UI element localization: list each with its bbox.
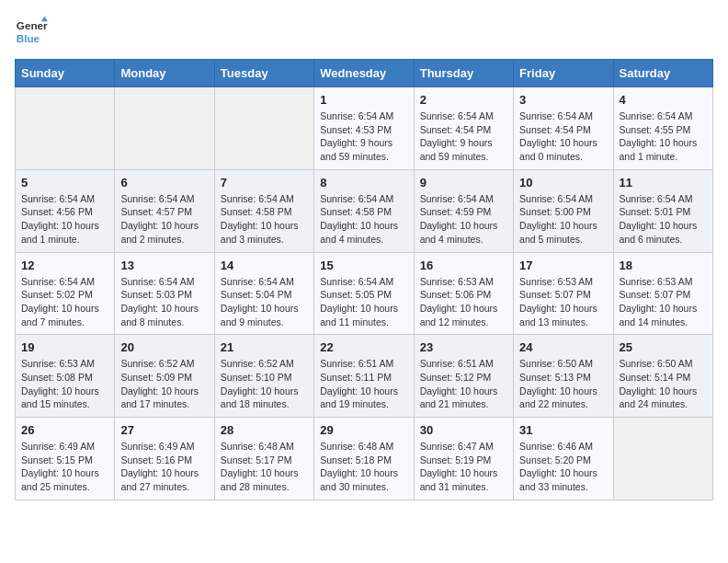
day-header-sunday: Sunday (16, 60, 115, 87)
calendar-table: SundayMondayTuesdayWednesdayThursdayFrid… (15, 59, 713, 500)
calendar-cell: 30Sunrise: 6:47 AMSunset: 5:19 PMDayligh… (414, 418, 513, 500)
day-number: 8 (320, 176, 407, 190)
calendar-cell (115, 87, 214, 170)
calendar-cell (214, 87, 313, 170)
day-info: Sunrise: 6:54 AMSunset: 4:57 PMDaylight:… (120, 192, 208, 247)
day-info: Sunrise: 6:53 AMSunset: 5:06 PMDaylight:… (420, 275, 507, 329)
day-info: Sunrise: 6:50 AMSunset: 5:13 PMDaylight:… (519, 357, 607, 411)
calendar-cell: 9Sunrise: 6:54 AMSunset: 4:59 PMDaylight… (414, 169, 513, 252)
svg-text:Blue: Blue (17, 32, 40, 44)
calendar-cell: 15Sunrise: 6:54 AMSunset: 5:05 PMDayligh… (314, 252, 414, 335)
calendar-cell (613, 418, 712, 500)
day-info: Sunrise: 6:47 AMSunset: 5:19 PMDaylight:… (420, 440, 507, 494)
day-number: 2 (420, 93, 507, 107)
day-header-saturday: Saturday (613, 60, 712, 87)
day-info: Sunrise: 6:54 AMSunset: 4:56 PMDaylight:… (21, 192, 108, 247)
day-number: 24 (519, 340, 607, 354)
day-info: Sunrise: 6:51 AMSunset: 5:12 PMDaylight:… (420, 357, 507, 411)
calendar-cell: 19Sunrise: 6:53 AMSunset: 5:08 PMDayligh… (16, 335, 115, 418)
calendar-cell: 28Sunrise: 6:48 AMSunset: 5:17 PMDayligh… (214, 418, 313, 500)
day-info: Sunrise: 6:52 AMSunset: 5:10 PMDaylight:… (221, 357, 308, 411)
day-number: 9 (420, 176, 507, 190)
day-number: 29 (320, 423, 407, 437)
day-header-monday: Monday (115, 60, 214, 87)
day-number: 12 (21, 259, 108, 272)
day-number: 22 (320, 340, 407, 354)
day-info: Sunrise: 6:54 AMSunset: 4:54 PMDaylight:… (519, 109, 607, 164)
week-row-2: 5Sunrise: 6:54 AMSunset: 4:56 PMDaylight… (16, 169, 713, 252)
calendar-cell: 18Sunrise: 6:53 AMSunset: 5:07 PMDayligh… (613, 252, 712, 335)
day-info: Sunrise: 6:53 AMSunset: 5:07 PMDaylight:… (519, 275, 607, 329)
day-number: 18 (620, 259, 707, 272)
calendar-cell: 25Sunrise: 6:50 AMSunset: 5:14 PMDayligh… (613, 335, 712, 418)
day-header-thursday: Thursday (414, 60, 513, 87)
calendar-cell: 12Sunrise: 6:54 AMSunset: 5:02 PMDayligh… (16, 252, 115, 335)
calendar-cell (16, 87, 115, 170)
page-header: General Blue (15, 15, 713, 48)
calendar-cell: 6Sunrise: 6:54 AMSunset: 4:57 PMDaylight… (115, 169, 214, 252)
day-header-wednesday: Wednesday (314, 60, 414, 87)
day-info: Sunrise: 6:48 AMSunset: 5:17 PMDaylight:… (221, 440, 308, 494)
day-number: 26 (21, 423, 108, 437)
day-info: Sunrise: 6:54 AMSunset: 5:02 PMDaylight:… (21, 275, 108, 329)
calendar-cell: 8Sunrise: 6:54 AMSunset: 4:58 PMDaylight… (314, 169, 414, 252)
calendar-cell: 22Sunrise: 6:51 AMSunset: 5:11 PMDayligh… (314, 335, 414, 418)
day-info: Sunrise: 6:49 AMSunset: 5:15 PMDaylight:… (21, 440, 108, 494)
day-info: Sunrise: 6:51 AMSunset: 5:11 PMDaylight:… (320, 357, 407, 411)
day-info: Sunrise: 6:49 AMSunset: 5:16 PMDaylight:… (120, 440, 208, 494)
logo: General Blue (15, 15, 51, 48)
day-number: 20 (120, 340, 208, 354)
calendar-cell: 16Sunrise: 6:53 AMSunset: 5:06 PMDayligh… (414, 252, 513, 335)
day-number: 1 (320, 93, 407, 107)
calendar-cell: 3Sunrise: 6:54 AMSunset: 4:54 PMDaylight… (514, 87, 613, 170)
calendar-cell: 10Sunrise: 6:54 AMSunset: 5:00 PMDayligh… (514, 169, 613, 252)
day-number: 13 (120, 259, 208, 272)
day-header-tuesday: Tuesday (214, 60, 313, 87)
calendar-cell: 27Sunrise: 6:49 AMSunset: 5:16 PMDayligh… (115, 418, 214, 500)
calendar-cell: 2Sunrise: 6:54 AMSunset: 4:54 PMDaylight… (414, 87, 513, 170)
week-row-4: 19Sunrise: 6:53 AMSunset: 5:08 PMDayligh… (16, 335, 713, 418)
day-info: Sunrise: 6:46 AMSunset: 5:20 PMDaylight:… (519, 440, 607, 494)
calendar-cell: 26Sunrise: 6:49 AMSunset: 5:15 PMDayligh… (16, 418, 115, 500)
calendar-cell: 17Sunrise: 6:53 AMSunset: 5:07 PMDayligh… (514, 252, 613, 335)
day-number: 27 (120, 423, 208, 437)
day-number: 21 (221, 340, 308, 354)
day-number: 30 (420, 423, 507, 437)
day-info: Sunrise: 6:54 AMSunset: 4:58 PMDaylight:… (320, 192, 407, 247)
day-info: Sunrise: 6:52 AMSunset: 5:09 PMDaylight:… (120, 357, 208, 411)
day-number: 19 (21, 340, 108, 354)
day-info: Sunrise: 6:54 AMSunset: 5:00 PMDaylight:… (519, 192, 607, 247)
calendar-cell: 5Sunrise: 6:54 AMSunset: 4:56 PMDaylight… (16, 169, 115, 252)
day-info: Sunrise: 6:54 AMSunset: 4:59 PMDaylight:… (420, 192, 507, 247)
calendar-cell: 20Sunrise: 6:52 AMSunset: 5:09 PMDayligh… (115, 335, 214, 418)
day-info: Sunrise: 6:50 AMSunset: 5:14 PMDaylight:… (620, 357, 707, 411)
day-number: 28 (221, 423, 308, 437)
week-row-5: 26Sunrise: 6:49 AMSunset: 5:15 PMDayligh… (16, 418, 713, 500)
day-info: Sunrise: 6:54 AMSunset: 5:01 PMDaylight:… (620, 192, 707, 247)
calendar-cell: 21Sunrise: 6:52 AMSunset: 5:10 PMDayligh… (214, 335, 313, 418)
calendar-cell: 24Sunrise: 6:50 AMSunset: 5:13 PMDayligh… (514, 335, 613, 418)
calendar-cell: 31Sunrise: 6:46 AMSunset: 5:20 PMDayligh… (514, 418, 613, 500)
calendar-cell: 14Sunrise: 6:54 AMSunset: 5:04 PMDayligh… (214, 252, 313, 335)
calendar-cell: 7Sunrise: 6:54 AMSunset: 4:58 PMDaylight… (214, 169, 313, 252)
day-info: Sunrise: 6:54 AMSunset: 5:05 PMDaylight:… (320, 275, 407, 329)
calendar-cell: 11Sunrise: 6:54 AMSunset: 5:01 PMDayligh… (613, 169, 712, 252)
day-number: 4 (620, 93, 707, 107)
calendar-cell: 29Sunrise: 6:48 AMSunset: 5:18 PMDayligh… (314, 418, 414, 500)
day-number: 31 (519, 423, 607, 437)
calendar-cell: 4Sunrise: 6:54 AMSunset: 4:55 PMDaylight… (613, 87, 712, 170)
day-info: Sunrise: 6:48 AMSunset: 5:18 PMDaylight:… (320, 440, 407, 494)
logo-icon: General Blue (15, 15, 48, 48)
day-number: 17 (519, 259, 607, 272)
day-info: Sunrise: 6:53 AMSunset: 5:08 PMDaylight:… (21, 357, 108, 411)
day-number: 10 (519, 176, 607, 190)
day-number: 3 (519, 93, 607, 107)
day-number: 23 (420, 340, 507, 354)
week-row-1: 1Sunrise: 6:54 AMSunset: 4:53 PMDaylight… (16, 87, 713, 170)
day-header-row: SundayMondayTuesdayWednesdayThursdayFrid… (16, 60, 713, 87)
day-info: Sunrise: 6:54 AMSunset: 4:58 PMDaylight:… (221, 192, 308, 247)
day-number: 16 (420, 259, 507, 272)
day-info: Sunrise: 6:54 AMSunset: 4:53 PMDaylight:… (320, 109, 407, 164)
day-number: 5 (21, 176, 108, 190)
day-info: Sunrise: 6:54 AMSunset: 4:54 PMDaylight:… (420, 109, 507, 164)
